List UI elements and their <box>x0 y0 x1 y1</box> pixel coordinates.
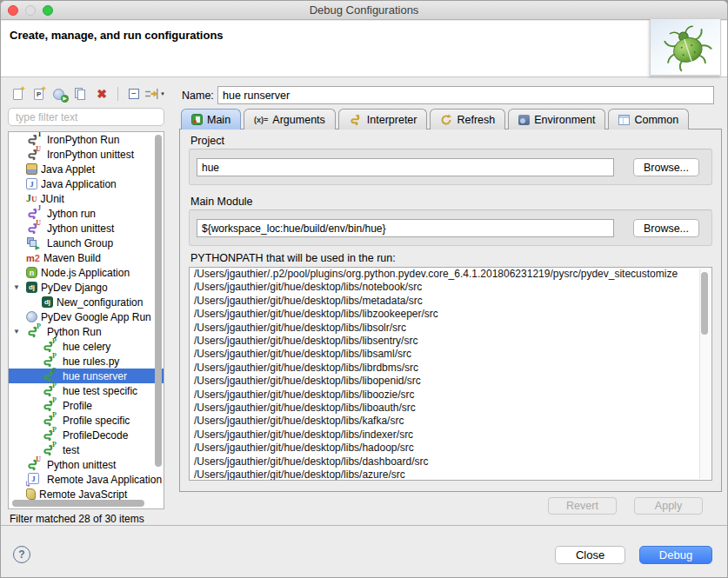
remote-js-icon <box>26 488 36 500</box>
tree-item-pydev-django[interactable]: ▼djPyDev Django <box>9 280 164 295</box>
pythonpath-entry[interactable]: /Users/jgauthier/git/hue/desktop/libs/me… <box>190 295 711 308</box>
pythonpath-entry[interactable]: /Users/jgauthier/git/hue/desktop/libs/ha… <box>190 442 711 455</box>
apply-button[interactable]: Apply <box>634 497 703 515</box>
tab-arguments[interactable]: (x)=Arguments <box>244 109 336 130</box>
debug-configurations-dialog: Debug Configurations Create, manage, and… <box>0 0 728 578</box>
tree-item-ironpython-unittest[interactable]: UIronPython unittest <box>9 147 164 162</box>
tree-item-python-run[interactable]: ▼ PPython Run <box>9 324 164 339</box>
collapse-all-icon: − <box>129 89 139 99</box>
duplicate-configuration-button[interactable] <box>72 85 90 103</box>
pythonpath-label: PYTHONPATH that will be used in the run: <box>190 252 396 264</box>
project-input[interactable] <box>197 158 614 176</box>
tree-item-hue-test-specific[interactable]: Phue test specific <box>9 383 164 398</box>
tree-item-label: hue test specific <box>63 385 137 397</box>
tree-item-profile-specific[interactable]: PProfile specific <box>9 413 164 428</box>
pythonpath-entry[interactable]: /Users/jgauthier/git/hue/desktop/libs/da… <box>190 455 711 468</box>
tree-item-profiledecode[interactable]: PProfileDecode <box>9 428 164 442</box>
title-bar: Debug Configurations <box>1 1 727 20</box>
tree-item-node-js-application[interactable]: nNode.js Application <box>9 265 164 280</box>
main-module-label: Main Module <box>190 196 253 208</box>
tree-horizontal-scrollbar[interactable] <box>12 500 144 507</box>
delete-configuration-button[interactable]: ✖ <box>93 85 110 103</box>
tree-item-jython-unittest[interactable]: UJython unittest <box>9 221 164 236</box>
name-input[interactable] <box>217 86 714 104</box>
pythonpath-entry[interactable]: /Users/jgauthier/git/hue/desktop/libs/in… <box>190 429 711 442</box>
new-config-icon: ✦ <box>11 88 25 101</box>
tree-item-jython-run[interactable]: JJython run <box>9 206 164 221</box>
tab-label: Common <box>634 114 678 126</box>
main-tab-icon <box>191 114 203 125</box>
pythonpath-entry[interactable]: /Users/jgauthier/git/hue/desktop/libs/ka… <box>190 415 711 428</box>
pythonpath-entry[interactable]: /Users/jgauthier/git/hue/desktop/libs/li… <box>190 308 711 321</box>
tree-item-junit[interactable]: JUJUnit <box>9 191 164 206</box>
help-button[interactable]: ? <box>13 546 30 563</box>
tree-vertical-scrollbar[interactable] <box>155 135 162 467</box>
export-configurations-button[interactable]: ▶ <box>51 85 69 103</box>
pythonpath-scrollbar-thumb[interactable] <box>701 272 708 335</box>
debug-button[interactable]: Debug <box>639 546 712 564</box>
expander-icon[interactable]: ▼ <box>13 328 20 336</box>
collapse-all-button[interactable]: − <box>125 85 143 103</box>
pydev-django-icon: dj <box>42 296 53 308</box>
close-button[interactable]: Close <box>555 546 625 564</box>
new-prototype-button[interactable]: P✦ <box>30 85 48 103</box>
tree-item-hue-runserver[interactable]: Phue runserver <box>9 369 164 383</box>
main-module-browse-button[interactable]: Browse... <box>633 219 699 237</box>
tab-label: Main <box>207 114 230 126</box>
tab-refresh[interactable]: Refresh <box>430 109 505 130</box>
tab-main[interactable]: Main <box>181 109 241 130</box>
revert-button[interactable]: Revert <box>548 497 617 515</box>
pythonpath-entry[interactable]: /Users/jgauthier/git/hue/desktop/libs/li… <box>190 322 711 335</box>
python-unittest-icon: U <box>26 458 43 471</box>
filter-input[interactable] <box>8 108 164 126</box>
tree-item-test[interactable]: Ptest <box>9 442 164 457</box>
pythonpath-entry[interactable]: /Users/jgauthier/git/hue/desktop/libs/az… <box>190 468 711 481</box>
tree-item-profile[interactable]: PProfile <box>9 398 164 413</box>
pythonpath-entry[interactable]: /Users/jgauthier/git/hue/desktop/libs/li… <box>190 389 711 402</box>
jython-unittest-icon: U <box>26 222 43 235</box>
interpreter-icon <box>349 113 363 126</box>
pythonpath-entry[interactable]: /Users/jgauthier/git/hue/desktop/libs/li… <box>190 402 711 415</box>
python-run-icon: P <box>42 414 59 427</box>
tab-common[interactable]: Common <box>608 109 689 130</box>
tree-item-ironpython-run[interactable]: IIronPython Run <box>9 132 164 147</box>
dialog-header-title: Create, manage, and run configurations <box>10 29 224 42</box>
tree-item-java-application[interactable]: JJava Application <box>9 176 164 191</box>
tab-environment[interactable]: Environment <box>508 109 605 130</box>
tree-item-hue-celery[interactable]: Phue celery <box>9 339 164 354</box>
tree-item-remote-java-application[interactable]: J↳Remote Java Application <box>9 472 164 487</box>
project-label: Project <box>190 135 224 147</box>
pythonpath-entry[interactable]: /Users/jgauthier/git/hue/desktop/libs/li… <box>190 362 711 375</box>
tree-item-label: JUnit <box>41 193 64 205</box>
pythonpath-entry[interactable]: /Users/jgauthier/.p2/pool/plugins/org.py… <box>190 268 711 281</box>
tree-item-label: Profile specific <box>63 415 130 427</box>
config-tabbar: Main(x)=Arguments InterpreterRefreshEnvi… <box>181 109 689 130</box>
configurations-tree: IIronPython Run UIronPython unittestJava… <box>8 131 164 509</box>
tree-item-label: IronPython unittest <box>47 149 134 161</box>
python-run-icon: P <box>42 340 59 353</box>
tab-label: Interpreter <box>367 114 417 126</box>
tree-item-python-unittest[interactable]: UPython unittest <box>9 457 164 472</box>
tab-interpreter[interactable]: Interpreter <box>338 109 428 130</box>
tree-item-hue-rules-py[interactable]: Phue rules.py <box>9 354 164 369</box>
pythonpath-entry[interactable]: /Users/jgauthier/git/hue/desktop/libs/li… <box>190 348 711 361</box>
tree-item-label: hue runserver <box>63 370 127 382</box>
tree-item-pydev-google-app-run[interactable]: PyDev Google App Run <box>9 309 164 324</box>
filter-configurations-button[interactable]: ▼ <box>146 85 164 103</box>
pythonpath-entry[interactable]: /Users/jgauthier/git/hue/desktop/libs/no… <box>190 281 711 294</box>
expander-icon[interactable]: ▼ <box>13 283 20 291</box>
main-tab-content: Project Browse... Main Module Browse... … <box>179 129 722 492</box>
tree-item-maven-build[interactable]: m2Maven Build <box>9 250 164 265</box>
java-applet-icon <box>26 163 37 175</box>
tree-item-new-configuration[interactable]: djNew_configuration <box>9 295 164 309</box>
pythonpath-entry[interactable]: /Users/jgauthier/git/hue/desktop/libs/li… <box>190 375 711 388</box>
python-run-icon: P <box>42 355 59 368</box>
tree-item-java-applet[interactable]: Java Applet <box>9 162 164 176</box>
ironpython-unittest-icon: U <box>26 148 43 161</box>
tree-item-label: PyDev Google App Run <box>41 311 151 323</box>
pythonpath-entry[interactable]: /Users/jgauthier/git/hue/desktop/libs/li… <box>190 335 711 348</box>
new-launch-configuration-button[interactable]: ✦ <box>10 85 27 103</box>
project-browse-button[interactable]: Browse... <box>633 158 699 176</box>
tree-item-launch-group[interactable]: ▶Launch Group <box>9 236 164 250</box>
main-module-input[interactable] <box>197 219 614 237</box>
